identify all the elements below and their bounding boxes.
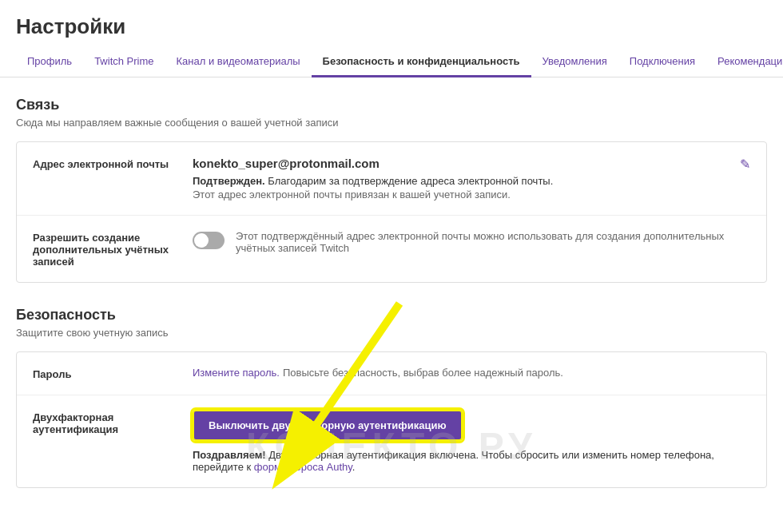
toggle-knob — [194, 233, 209, 248]
communication-card: Адрес электронной почты konekto_super@pr… — [16, 141, 767, 283]
security-section-title: Безопасность — [16, 307, 767, 324]
email-confirmed-bold: Подтвержден. — [193, 175, 265, 187]
email-edit-action[interactable]: ✎ — [740, 157, 750, 172]
email-confirmed-text: Подтвержден. Благодарим за подтверждение… — [193, 175, 732, 187]
twofa-congrats: Поздравляем! — [193, 449, 266, 461]
password-hint: Повысьте безопасность, выбрав более наде… — [283, 367, 563, 379]
security-card: Пароль Измените пароль. Повысьте безопас… — [16, 351, 767, 488]
disable-2fa-button[interactable]: Выключить двухфакторную аутентификацию — [193, 410, 463, 441]
tab-profile[interactable]: Профиль — [16, 47, 83, 77]
tab-notifications[interactable]: Уведомления — [531, 47, 618, 77]
password-label: Пароль — [33, 367, 193, 380]
allow-accounts-content: Этот подтверждённый адрес электронной по… — [193, 230, 750, 254]
authy-reset-link[interactable]: форме сброса Authy — [254, 461, 352, 473]
allow-accounts-description: Этот подтверждённый адрес электронной по… — [236, 230, 750, 254]
main-content: Связь Сюда мы направляем важные сообщени… — [0, 77, 783, 507]
password-row: Пароль Измените пароль. Повысьте безопас… — [17, 352, 766, 395]
tab-channel[interactable]: Канал и видеоматериалы — [165, 47, 312, 77]
password-content: Измените пароль. Повысьте безопасность, … — [193, 367, 750, 379]
twofa-label: Двухфакторная аутентификация — [33, 410, 193, 435]
page-title: Настройки — [0, 0, 783, 47]
toggle-row: Этот подтверждённый адрес электронной по… — [193, 230, 750, 254]
communication-section-subtitle: Сюда мы направляем важные сообщения о ва… — [16, 117, 767, 129]
tab-connections[interactable]: Подключения — [618, 47, 706, 77]
communication-section-title: Связь — [16, 97, 767, 113]
email-content: konekto_super@protonmail.com Подтвержден… — [193, 157, 732, 200]
change-password-link[interactable]: Измените пароль. — [193, 367, 280, 379]
allow-accounts-label: Разрешить создание дополнительных учётны… — [33, 230, 193, 268]
allow-accounts-row: Разрешить создание дополнительных учётны… — [17, 216, 766, 282]
security-section-gap: Безопасность Защитите свою учетную запис… — [16, 307, 767, 488]
nav-tabs: Профиль Twitch Prime Канал и видеоматери… — [0, 47, 783, 77]
twofa-description: Поздравляем! Двухфакторная аутентификаци… — [193, 449, 750, 473]
twofa-desc-end: . — [352, 461, 356, 473]
twofa-content: Выключить двухфакторную аутентификацию П… — [193, 410, 750, 473]
edit-icon[interactable]: ✎ — [740, 157, 750, 171]
tab-security[interactable]: Безопасность и конфиденциальность — [312, 47, 531, 77]
email-note: Этот адрес электронной почты привязан к … — [193, 189, 732, 200]
tab-twitch-prime[interactable]: Twitch Prime — [83, 47, 165, 77]
twofa-row: Двухфакторная аутентификация Выключить д… — [17, 395, 766, 487]
security-section-subtitle: Защитите свою учетную запись — [16, 327, 767, 339]
email-value: konekto_super@protonmail.com — [193, 157, 732, 170]
allow-accounts-toggle[interactable] — [193, 232, 225, 249]
email-label: Адрес электронной почты — [33, 157, 193, 170]
email-confirmed-rest: Благодарим за подтверждение адреса элект… — [265, 175, 554, 187]
tab-recommendations[interactable]: Рекомендации — [706, 47, 783, 77]
email-row: Адрес электронной почты konekto_super@pr… — [17, 142, 766, 216]
